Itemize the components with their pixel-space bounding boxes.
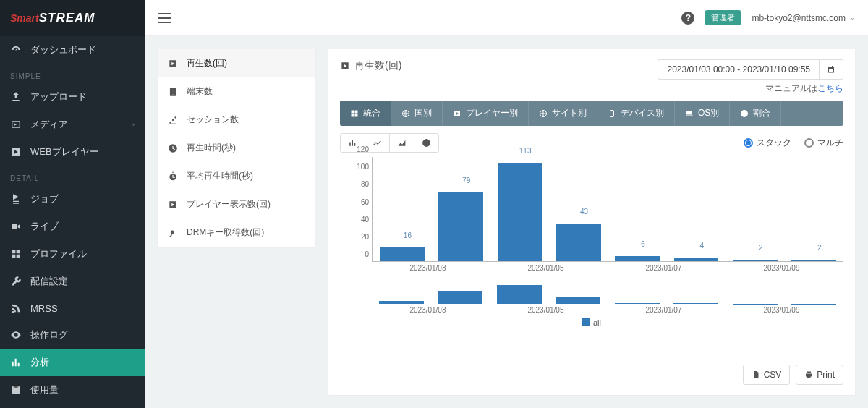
tab-site[interactable]: サイト別 xyxy=(529,101,597,126)
legend-swatch xyxy=(582,318,590,326)
sidebar-item-profile[interactable]: プロファイル xyxy=(0,240,145,268)
sidebar-section-detail: DETAIL xyxy=(0,166,145,185)
sidebar-item-label: メディア xyxy=(30,118,68,131)
date-range-picker[interactable]: 2023/01/03 00:00 - 2023/01/10 09:55 xyxy=(658,59,843,80)
tab-ratio[interactable]: 割合 xyxy=(730,101,781,126)
database-icon xyxy=(10,384,22,396)
subnav-item-drmkey[interactable]: DRMキー取得数(回) xyxy=(158,218,315,247)
pie-chart-icon xyxy=(422,138,431,148)
sidebar-item-label: ライブ xyxy=(30,220,59,233)
legend-label: all xyxy=(593,318,601,327)
overview-chart[interactable]: 2023/01/032023/01/052023/01/072023/01/09 xyxy=(372,284,843,304)
gauge-icon xyxy=(10,44,22,56)
manual-link-row: マニュアルはこちら xyxy=(765,82,843,95)
logo: SmartSTREAM xyxy=(0,0,145,36)
grid-icon xyxy=(10,248,22,260)
radio-icon xyxy=(804,138,814,148)
chart-type-pie-button[interactable] xyxy=(414,134,438,152)
sidebar-item-job[interactable]: ジョブ xyxy=(0,185,145,213)
chart-plot: 1679113436422 xyxy=(372,157,843,262)
sidebar-item-label: 配信設定 xyxy=(30,275,68,288)
job-icon xyxy=(10,193,22,205)
menu-toggle-icon[interactable] xyxy=(158,13,171,23)
laptop-icon xyxy=(685,109,694,118)
bar-chart-icon xyxy=(10,357,22,368)
wrench-icon xyxy=(10,276,22,287)
sidebar-item-upload[interactable]: アップロード xyxy=(0,83,145,111)
user-email: mb-tokyo2@nttsmc.com xyxy=(752,13,846,23)
stopwatch-icon xyxy=(168,171,178,182)
sidebar-item-usage[interactable]: 使用量 xyxy=(0,376,145,404)
play-icon xyxy=(10,146,22,158)
svg-point-2 xyxy=(174,116,176,118)
subnav-item-avgplaytime[interactable]: 平均再生時間(秒) xyxy=(158,162,315,190)
tab-device[interactable]: デバイス別 xyxy=(597,101,675,126)
camera-icon xyxy=(10,221,22,232)
radio-stack[interactable]: スタック xyxy=(744,137,791,149)
sidebar-item-label: プロファイル xyxy=(30,247,87,260)
device-icon xyxy=(168,87,178,97)
subnav-item-label: プレイヤー表示数(回) xyxy=(187,198,271,211)
subnav-item-sessions[interactable]: セッション数 xyxy=(158,106,315,134)
globe-icon xyxy=(401,109,410,118)
svg-point-1 xyxy=(172,119,174,120)
site-icon xyxy=(539,109,548,118)
subnav-item-playtime[interactable]: 再生時間(秒) xyxy=(158,134,315,162)
calendar-icon[interactable] xyxy=(819,60,843,79)
manual-link[interactable]: こちら xyxy=(817,83,843,93)
sidebar-item-mrss[interactable]: MRSS xyxy=(0,295,145,321)
tabs: 統合 国別 プレイヤー別 サイト別 デバイス別 OS別 割合 xyxy=(340,101,843,126)
toolbar: スタック マルチ xyxy=(340,133,843,153)
line-chart-icon xyxy=(373,138,382,148)
chart-type-area-button[interactable] xyxy=(390,134,414,152)
help-icon[interactable]: ? xyxy=(681,12,694,25)
play-icon xyxy=(168,200,178,210)
sidebar-section-simple: SIMPLE xyxy=(0,64,145,83)
subnav-item-playerdisp[interactable]: プレイヤー表示数(回) xyxy=(158,190,315,218)
subnav-item-label: 端末数 xyxy=(187,85,213,98)
x-axis: 2023/01/032023/01/052023/01/072023/01/09 xyxy=(372,262,843,276)
radio-icon xyxy=(744,138,753,148)
area-chart-icon xyxy=(397,138,407,148)
print-button[interactable]: Print xyxy=(796,365,843,385)
eye-icon xyxy=(10,329,22,341)
sidebar-item-delivery[interactable]: 配信設定 xyxy=(0,268,145,295)
key-icon xyxy=(168,228,178,238)
device-icon xyxy=(608,109,616,118)
clock-icon xyxy=(168,143,178,153)
tab-country[interactable]: 国別 xyxy=(391,101,443,126)
play-icon xyxy=(168,59,178,69)
panel-footer: CSV Print xyxy=(340,350,843,385)
chevron-right-icon: › xyxy=(132,121,135,128)
tab-os[interactable]: OS別 xyxy=(675,101,730,126)
tab-integrated[interactable]: 統合 xyxy=(340,101,391,126)
sidebar-item-label: アップロード xyxy=(30,90,87,103)
date-range-text: 2023/01/03 00:00 - 2023/01/10 09:55 xyxy=(658,60,819,79)
file-icon xyxy=(752,370,760,379)
user-menu[interactable]: mb-tokyo2@nttsmc.com ⌄ xyxy=(752,13,855,23)
sidebar-item-webplayer[interactable]: WEBプレイヤー xyxy=(0,138,145,166)
sidebar-item-media[interactable]: メディア › xyxy=(0,111,145,138)
main-panel: 再生数(回) 2023/01/03 00:00 - 2023/01/10 09:… xyxy=(328,49,855,395)
subnav-item-label: 再生時間(秒) xyxy=(187,142,236,154)
chevron-down-icon: ⌄ xyxy=(850,14,855,21)
panel-titlebar: 再生数(回) 2023/01/03 00:00 - 2023/01/10 09:… xyxy=(340,59,843,95)
csv-button[interactable]: CSV xyxy=(743,365,791,385)
subnav-item-devices[interactable]: 端末数 xyxy=(158,77,315,106)
sidebar-item-label: WEBプレイヤー xyxy=(30,145,99,158)
svg-point-0 xyxy=(169,122,171,123)
subnav-item-plays[interactable]: 再生数(回) xyxy=(158,49,315,77)
radio-multi[interactable]: マルチ xyxy=(804,137,843,149)
subnav-item-label: DRMキー取得数(回) xyxy=(187,226,264,239)
sidebar-item-oplog[interactable]: 操作ログ xyxy=(0,321,145,349)
sidebar-item-dashboard[interactable]: ダッシュボード xyxy=(0,36,145,64)
sidebar-item-analytics[interactable]: 分析 xyxy=(0,349,145,376)
sidebar-item-label: ダッシュボード xyxy=(30,43,96,56)
sidebar-item-live[interactable]: ライブ xyxy=(0,213,145,240)
sidebar: SmartSTREAM ダッシュボード SIMPLE アップロード メディア ›… xyxy=(0,0,145,408)
tab-player[interactable]: プレイヤー別 xyxy=(443,101,529,126)
sidebar-item-label: ジョブ xyxy=(30,192,59,205)
rss-icon xyxy=(10,302,22,314)
panel-title: 再生数(回) xyxy=(340,59,401,72)
pie-icon xyxy=(740,109,749,118)
